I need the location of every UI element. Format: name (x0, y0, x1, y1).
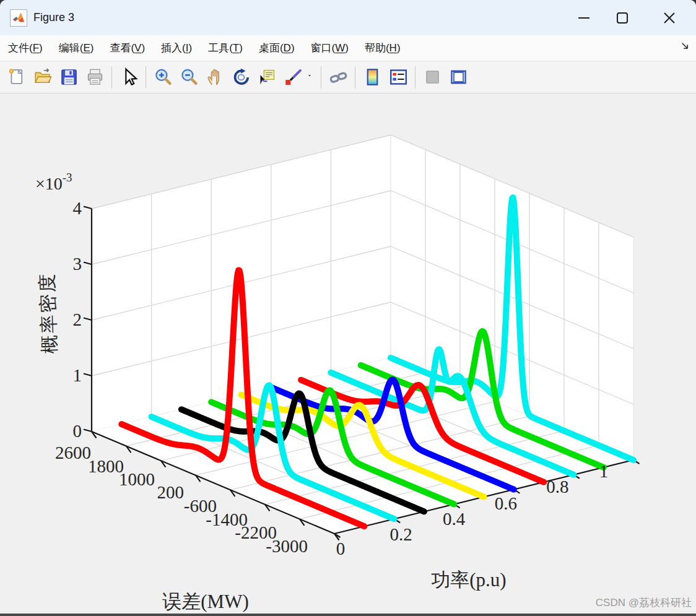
maximize-button[interactable] (603, 0, 642, 35)
insert-legend-icon (391, 71, 406, 84)
z-tick-label: 4 (73, 198, 82, 218)
menu-item-insert[interactable]: 插入(I) (153, 38, 200, 58)
insert-colorbar-icon (367, 69, 377, 85)
link-plot-icon (330, 72, 347, 82)
y-axis-label: 功率(p.u) (431, 569, 506, 591)
pan-icon (208, 70, 219, 85)
insert-axes-disabled-icon (426, 71, 438, 83)
zoom-in-icon (156, 70, 170, 84)
toolbar-brush-dropdown-button[interactable] (306, 64, 317, 90)
toolbar-insert-axes-disabled-button (419, 64, 445, 90)
toolbar-data-cursor-button[interactable] (254, 64, 280, 90)
z-axis-multiplier: ×10-3 (35, 171, 72, 193)
zoom-out-icon (182, 70, 196, 84)
toolbar-zoom-out-button[interactable] (176, 64, 202, 90)
toolbar-separator (355, 66, 355, 89)
z-tick-label: 3 (73, 254, 82, 274)
brush-icon (285, 71, 300, 85)
toolbar-insert-colorbar-button[interactable] (359, 64, 385, 90)
toolbar-link-plot-button[interactable] (325, 64, 351, 90)
menu-item-view[interactable]: 查看(V) (102, 38, 153, 58)
close-button[interactable] (650, 0, 689, 35)
y-tick-label: 0.6 (495, 493, 517, 513)
toolbar (0, 61, 696, 93)
save-figure-icon (61, 70, 76, 84)
minimize-button[interactable] (565, 0, 603, 35)
menu-item-help[interactable]: 帮助(H) (357, 38, 409, 58)
watermark: CSDN @荔枝科研社 (596, 596, 692, 610)
x-tick-label: -3000 (266, 536, 308, 556)
window-title: Figure 3 (33, 11, 74, 24)
toolbar-separator (415, 66, 415, 89)
dock-figure-icon (451, 71, 466, 84)
x-tick-label: 2600 (55, 443, 91, 462)
figure-window: Figure 3 文件(F)编辑(E)查看(V)插入(I)工具(T)桌面(D)窗… (0, 0, 696, 616)
menu-item-window[interactable]: 窗口(W) (303, 38, 357, 58)
toolbar-separator (321, 66, 321, 89)
title-bar: Figure 3 (0, 0, 696, 35)
figure-canvas-area: 01234260018001000200-600-1400-2200-30000… (0, 93, 696, 614)
x-axis-label: 误差(MW) (162, 591, 248, 612)
z-axis-label: 概率密度 (37, 272, 60, 354)
toolbar-zoom-in-button[interactable] (150, 64, 176, 90)
toolbar-pan-button[interactable] (202, 64, 228, 90)
menu-overflow-arrow-icon[interactable] (681, 41, 690, 54)
x-tick-label: 1000 (119, 469, 155, 489)
y-tick-label: 1 (599, 461, 609, 481)
rotate-3d-icon (235, 69, 248, 84)
new-figure-icon (9, 69, 21, 84)
open-file-icon (35, 69, 51, 82)
y-tick-label: 0.8 (546, 477, 568, 497)
toolbar-cursor-button[interactable] (116, 64, 142, 90)
toolbar-insert-legend-button[interactable] (385, 64, 411, 90)
window-bottom-edge (0, 614, 696, 616)
toolbar-rotate-3d-button[interactable] (228, 64, 254, 90)
toolbar-brush-button[interactable] (280, 64, 306, 90)
toolbar-print-figure-button[interactable] (82, 64, 108, 90)
z-tick-label: 1 (73, 365, 82, 385)
toolbar-save-figure-button[interactable] (56, 64, 82, 90)
toolbar-open-file-button[interactable] (30, 64, 56, 90)
y-tick-label: 0.4 (443, 509, 466, 529)
menu-item-edit[interactable]: 编辑(E) (51, 38, 102, 58)
menu-item-desktop[interactable]: 桌面(D) (251, 38, 303, 58)
matlab-logo-icon (10, 9, 27, 27)
y-tick-label: 0 (336, 539, 346, 558)
z-tick-label: 0 (73, 421, 82, 441)
toolbar-new-figure-button[interactable] (4, 64, 30, 90)
cursor-icon (126, 69, 136, 85)
print-figure-icon (88, 69, 102, 84)
toolbar-separator (146, 66, 146, 89)
plot-3d-waterfall[interactable]: 01234260018001000200-600-1400-2200-30000… (0, 93, 696, 614)
data-cursor-icon (260, 71, 274, 85)
brush-dropdown-icon (308, 75, 311, 77)
menu-bar: 文件(F)编辑(E)查看(V)插入(I)工具(T)桌面(D)窗口(W)帮助(H) (0, 35, 696, 61)
z-tick-label: 2 (73, 310, 82, 329)
menu-item-tools[interactable]: 工具(T) (200, 38, 251, 58)
toolbar-dock-figure-button[interactable] (445, 64, 471, 90)
y-tick-label: 0.2 (389, 524, 412, 544)
toolbar-separator (111, 66, 112, 89)
x-tick-label: 200 (157, 482, 185, 502)
menu-item-file[interactable]: 文件(F) (0, 38, 51, 58)
